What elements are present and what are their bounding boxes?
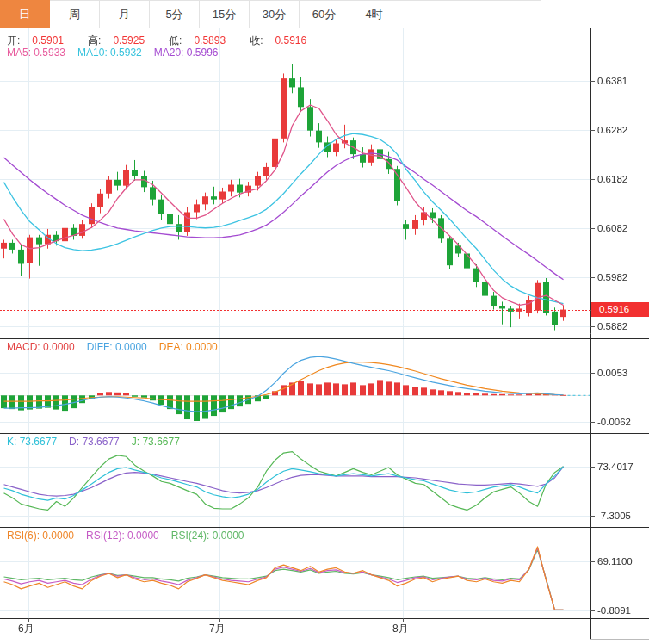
interval-tab-2[interactable]: 月 — [100, 0, 150, 28]
tabbar-filler — [399, 0, 541, 28]
interval-tab-5[interactable]: 30分 — [250, 0, 300, 28]
interval-tab-0[interactable]: 日 — [0, 0, 50, 28]
chart-canvas[interactable] — [0, 0, 649, 644]
interval-tab-4[interactable]: 15分 — [200, 0, 250, 28]
interval-tab-3[interactable]: 5分 — [150, 0, 200, 28]
interval-tab-1[interactable]: 周 — [50, 0, 100, 28]
interval-tab-7[interactable]: 4时 — [349, 0, 399, 28]
interval-tabbar: 日周月5分15分30分60分4时 — [0, 0, 649, 28]
interval-tab-6[interactable]: 60分 — [300, 0, 349, 28]
trading-chart-app: 日周月5分15分30分60分4时 开:0.5901高:0.5925低:0.589… — [0, 0, 649, 644]
